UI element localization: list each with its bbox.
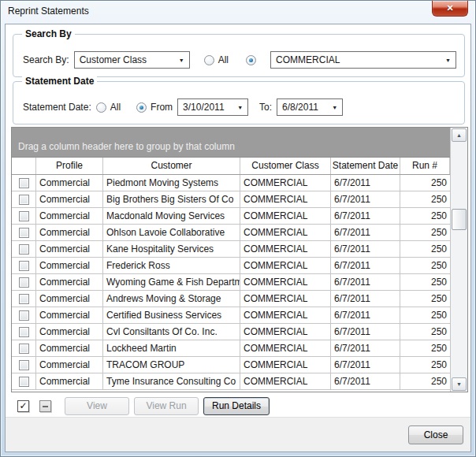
row-select-cell: [12, 225, 36, 240]
dialog-content: Search By Search By: Customer Class ▼ Al…: [5, 24, 471, 452]
run-number-cell: 250: [400, 191, 450, 207]
customer-cell: Tyme Insurance Consulting Co: [103, 373, 240, 389]
window-title: Reprint Statements: [8, 6, 89, 17]
scroll-up-icon[interactable]: ▲: [452, 128, 467, 142]
statement-date-cell: 6/7/2011: [331, 225, 400, 240]
row-select-cell: [12, 307, 36, 323]
to-date-value: 6/8/2011: [282, 102, 318, 113]
run-number-cell: 250: [400, 225, 450, 240]
view-button[interactable]: View: [65, 397, 129, 415]
row-select-cell: [12, 340, 36, 356]
search-value-radio[interactable]: [246, 55, 256, 65]
customer-cell: Wyoming Game & Fish Department: [103, 274, 240, 290]
run-details-button[interactable]: Run Details: [203, 397, 270, 415]
run-number-cell: 250: [400, 208, 450, 224]
customer-cell: Kane Hospitality Services: [103, 241, 240, 257]
grid-body: CommercialPiedmont Moving SystemsCOMMERC…: [12, 175, 450, 390]
search-all-radio[interactable]: [204, 55, 214, 65]
profile-cell: Commercial: [36, 324, 103, 340]
search-by-group-label: Search By: [22, 28, 75, 39]
table-row[interactable]: CommercialLockheed MartinCOMMERCIAL6/7/2…: [12, 340, 450, 357]
row-checkbox[interactable]: [19, 178, 29, 188]
date-all-label: All: [110, 102, 121, 113]
col-header-profile[interactable]: Profile: [36, 158, 103, 174]
from-date-combo[interactable]: 3/10/2011 ▼: [177, 98, 248, 116]
customer-class-cell: COMMERCIAL: [240, 373, 331, 389]
table-row[interactable]: CommercialOhlson Lavoie CollaborativeCOM…: [12, 225, 450, 241]
customer-class-cell: COMMERCIAL: [240, 291, 331, 307]
row-checkbox[interactable]: [19, 244, 29, 255]
statement-date-cell: 6/7/2011: [331, 307, 400, 323]
view-run-button[interactable]: View Run: [134, 397, 199, 415]
table-row[interactable]: CommercialKane Hospitality ServicesCOMME…: [12, 241, 450, 258]
row-checkbox[interactable]: [19, 360, 29, 370]
statement-date-cell: 6/7/2011: [331, 258, 400, 273]
vertical-scrollbar[interactable]: ▲ ▼: [450, 128, 467, 392]
dialog-footer: Close: [6, 417, 470, 451]
run-number-cell: 250: [400, 274, 450, 290]
table-row[interactable]: CommercialBig Brothers Big Sisters Of Co…: [12, 191, 450, 208]
table-row[interactable]: CommercialTRACOM GROUPCOMMERCIAL6/7/2011…: [12, 357, 450, 373]
scroll-down-icon[interactable]: ▼: [452, 377, 467, 391]
search-type-combo[interactable]: Customer Class ▼: [74, 51, 190, 69]
table-row[interactable]: CommercialAndrews Moving & StorageCOMMER…: [12, 291, 450, 307]
row-checkbox[interactable]: [19, 294, 29, 304]
statements-grid: Drag a column header here to group by th…: [11, 127, 468, 392]
table-row[interactable]: CommercialFrederick RossCOMMERCIAL6/7/20…: [12, 258, 450, 274]
close-button[interactable]: ✕: [432, 1, 468, 17]
date-from-radio[interactable]: [136, 102, 147, 113]
customer-class-cell: COMMERCIAL: [240, 340, 331, 356]
table-row[interactable]: CommercialTyme Insurance Consulting CoCO…: [12, 373, 450, 390]
chevron-down-icon: ▼: [231, 105, 243, 110]
clear-selection-checkbox[interactable]: [39, 400, 51, 412]
row-select-cell: [12, 208, 36, 224]
customer-class-cell: COMMERCIAL: [240, 258, 331, 273]
scrollbar-thumb[interactable]: [452, 209, 467, 230]
table-row[interactable]: CommercialWyoming Game & Fish Department…: [12, 274, 450, 291]
table-row[interactable]: CommercialCvl Consiltants Of Co. Inc.COM…: [12, 324, 450, 340]
action-bar: ✓ View View Run Run Details: [6, 395, 470, 417]
table-row[interactable]: CommercialMacdonald Moving ServicesCOMME…: [12, 208, 450, 225]
profile-cell: Commercial: [36, 208, 103, 224]
profile-cell: Commercial: [36, 175, 103, 191]
customer-cell: Lockheed Martin: [103, 340, 240, 356]
table-row[interactable]: CommercialCertified Business ServicesCOM…: [12, 307, 450, 324]
customer-class-cell: COMMERCIAL: [240, 175, 331, 191]
row-checkbox[interactable]: [19, 261, 29, 271]
run-number-cell: 250: [400, 241, 450, 257]
run-number-cell: 250: [400, 307, 450, 323]
row-checkbox[interactable]: [19, 277, 29, 288]
col-header-select[interactable]: [12, 158, 36, 174]
footer-close-button[interactable]: Close: [408, 425, 463, 444]
chevron-down-icon: ▼: [325, 105, 337, 110]
titlebar[interactable]: Reprint Statements ✕: [1, 1, 475, 24]
customer-cell: TRACOM GROUP: [103, 357, 240, 373]
col-header-run[interactable]: Run #: [400, 158, 450, 174]
col-header-customer[interactable]: Customer: [103, 158, 240, 174]
col-header-statement-date[interactable]: Statement Date: [331, 158, 400, 174]
statement-date-cell: 6/7/2011: [331, 357, 400, 373]
run-number-cell: 250: [400, 373, 450, 389]
chevron-down-icon: ▼: [173, 58, 184, 63]
row-checkbox[interactable]: [19, 195, 29, 205]
search-all-label: All: [218, 54, 229, 65]
row-checkbox[interactable]: [19, 377, 29, 387]
statement-date-cell: 6/7/2011: [331, 324, 400, 340]
search-value-combo[interactable]: COMMERCIAL ▼: [270, 51, 456, 69]
statement-date-cell: 6/7/2011: [331, 191, 400, 207]
row-checkbox[interactable]: [19, 310, 29, 321]
table-row[interactable]: CommercialPiedmont Moving SystemsCOMMERC…: [12, 175, 450, 191]
col-header-customer-class[interactable]: Customer Class: [240, 158, 331, 174]
run-number-cell: 250: [400, 175, 450, 191]
customer-class-cell: COMMERCIAL: [240, 208, 331, 224]
to-date-combo[interactable]: 6/8/2011 ▼: [277, 98, 343, 116]
row-checkbox[interactable]: [19, 327, 29, 337]
row-checkbox[interactable]: [19, 344, 29, 354]
customer-cell: Big Brothers Big Sisters Of Co: [103, 191, 240, 207]
select-all-checkbox[interactable]: ✓: [17, 400, 29, 412]
row-checkbox[interactable]: [19, 228, 29, 238]
search-value-text: COMMERCIAL: [276, 54, 340, 65]
group-by-band[interactable]: Drag a column header here to group by th…: [12, 128, 450, 158]
date-all-radio[interactable]: [96, 102, 106, 113]
row-checkbox[interactable]: [19, 211, 29, 221]
